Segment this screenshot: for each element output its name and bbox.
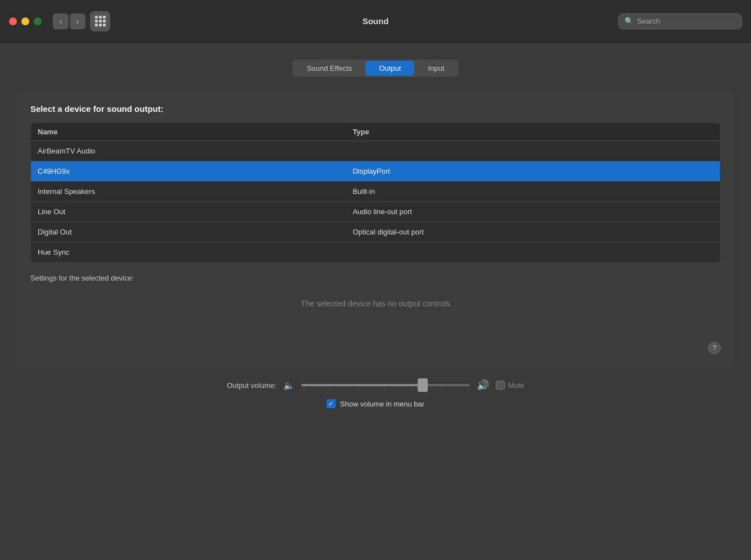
table-row[interactable]: C49HG9x DisplayPort	[31, 161, 721, 182]
mute-checkbox[interactable]	[496, 381, 505, 390]
settings-section: Settings for the selected device: The se…	[30, 274, 721, 308]
close-button[interactable]	[9, 17, 17, 25]
search-box[interactable]: 🔍 Search	[618, 13, 742, 29]
settings-label: Settings for the selected device:	[30, 274, 721, 282]
tabs-container: Sound Effects Output Input	[11, 60, 740, 77]
no-controls-message: The selected device has no output contro…	[30, 299, 721, 308]
grid-icon	[95, 16, 106, 26]
device-type	[346, 141, 720, 161]
maximize-button[interactable]	[34, 17, 42, 25]
device-name: Internal Speakers	[31, 182, 346, 202]
mute-row: Mute	[496, 381, 524, 390]
volume-slider[interactable]	[301, 384, 470, 386]
panel-heading: Select a device for sound output:	[30, 104, 721, 114]
help-btn-container: ?	[30, 342, 721, 354]
show-volume-row: ✓ Show volume in menu bar	[327, 399, 424, 408]
nav-buttons: ‹ ›	[53, 13, 85, 29]
slider-tick	[358, 389, 359, 391]
main-content: Sound Effects Output Input Select a devi…	[0, 43, 751, 425]
grid-button[interactable]	[90, 11, 110, 31]
device-name: AirBeamTV Audio	[31, 141, 346, 161]
minimize-button[interactable]	[21, 17, 29, 25]
show-volume-label: Show volume in menu bar	[340, 400, 424, 408]
tab-sound-effects[interactable]: Sound Effects	[293, 61, 366, 76]
titlebar: ‹ › Sound 🔍 Search	[0, 0, 751, 43]
tabs: Sound Effects Output Input	[292, 60, 459, 77]
device-name: Digital Out	[31, 222, 346, 242]
show-volume-checkbox[interactable]: ✓	[327, 399, 336, 408]
volume-label: Output volume:	[227, 381, 276, 390]
volume-slider-fill	[301, 384, 423, 386]
slider-ticks	[301, 389, 470, 391]
help-button[interactable]: ?	[708, 342, 721, 354]
forward-button[interactable]: ›	[70, 13, 85, 29]
slider-tick	[385, 389, 386, 391]
device-name: Line Out	[31, 202, 346, 222]
search-placeholder: Search	[637, 17, 660, 25]
slider-tick	[331, 389, 331, 391]
slider-tick	[467, 389, 468, 391]
device-table: Name Type AirBeamTV Audio C49HG9x Displa…	[30, 123, 721, 263]
device-name: Hue Sync	[31, 242, 346, 263]
table-row[interactable]: Hue Sync	[31, 242, 721, 263]
search-icon: 🔍	[625, 17, 634, 25]
device-type	[346, 242, 720, 263]
table-row[interactable]: AirBeamTV Audio	[31, 141, 721, 161]
footer: Output volume: 🔈 🔊 Mute	[11, 368, 740, 414]
volume-row: Output volume: 🔈 🔊 Mute	[227, 379, 524, 391]
slider-tick	[440, 389, 440, 391]
device-type: Audio line-out port	[346, 202, 720, 222]
output-panel: Select a device for sound output: Name T…	[17, 91, 734, 368]
table-row[interactable]: Internal Speakers Built-in	[31, 182, 721, 202]
tab-output[interactable]: Output	[365, 61, 414, 76]
device-name: C49HG9x	[31, 161, 346, 182]
device-type: DisplayPort	[346, 161, 720, 182]
col-type: Type	[346, 123, 720, 141]
device-type: Built-in	[346, 182, 720, 202]
window-title: Sound	[363, 16, 389, 26]
col-name: Name	[31, 123, 346, 141]
volume-high-icon: 🔊	[477, 379, 489, 391]
slider-tick	[413, 389, 413, 391]
table-row[interactable]: Line Out Audio line-out port	[31, 202, 721, 222]
traffic-lights	[9, 17, 42, 25]
device-type: Optical digital-out port	[346, 222, 720, 242]
slider-tick	[304, 389, 304, 391]
mute-label: Mute	[508, 381, 524, 390]
table-row[interactable]: Digital Out Optical digital-out port	[31, 222, 721, 242]
tab-input[interactable]: Input	[414, 61, 458, 76]
back-button[interactable]: ‹	[53, 13, 69, 29]
volume-low-icon: 🔈	[283, 380, 295, 391]
